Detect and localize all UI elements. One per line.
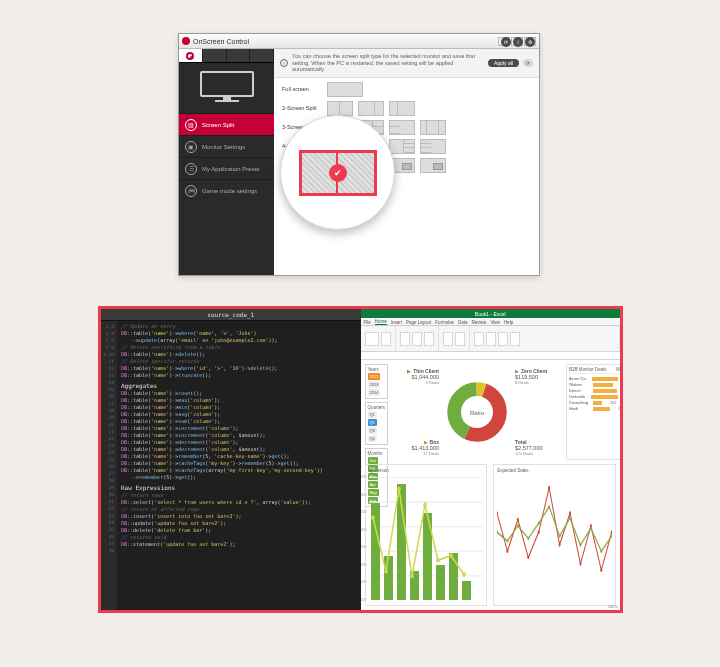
slicers: Years 2012 2013 2014 Quarters Q1 Q2 Q3: [365, 364, 389, 460]
layout-full[interactable]: [327, 82, 363, 97]
svg-point-16: [462, 572, 466, 577]
hbar-value: 300: [604, 401, 616, 405]
svg-point-35: [559, 534, 561, 538]
settings-icon[interactable]: ⚙: [525, 37, 535, 47]
ribbon-tab-review[interactable]: Review: [472, 320, 487, 325]
selected-check-icon: [329, 164, 347, 182]
excel-pane: Book1 - Excel FileHomeInsertPage LayoutF…: [361, 309, 621, 610]
cut-button[interactable]: [381, 332, 391, 346]
expected-sales-chart: [497, 475, 612, 602]
slicer-option[interactable]: Q3: [368, 427, 377, 434]
monitor-tab-1[interactable]: [179, 49, 203, 62]
svg-point-25: [580, 562, 582, 566]
slicer-option[interactable]: Jan: [368, 457, 378, 464]
layout-4d[interactable]: [420, 139, 446, 154]
layout-2a[interactable]: [327, 101, 353, 116]
slicer-option[interactable]: Q2: [368, 419, 377, 426]
slicer-option[interactable]: Q1: [368, 411, 377, 418]
ribbon-group-rest: [470, 326, 621, 351]
ribbon-tab-file[interactable]: File: [364, 320, 371, 325]
size-button[interactable]: [412, 332, 422, 346]
ribbon-button[interactable]: [486, 332, 496, 346]
hbar-label: Consulting: [569, 400, 591, 405]
card-sub: 17 Deals: [423, 451, 439, 456]
app-preset-icon: ☰: [185, 163, 197, 175]
formula-bar[interactable]: [361, 352, 621, 360]
zoom-value[interactable]: 100%: [608, 604, 618, 609]
ribbon-button[interactable]: [474, 332, 484, 346]
ribbon-button[interactable]: [510, 332, 520, 346]
window-title: OnScreen Control: [193, 38, 249, 45]
ribbon-tab-data[interactable]: Data: [458, 320, 468, 325]
card-sub: 9 Deals: [425, 380, 439, 385]
hbar-label: Hooli: [569, 406, 591, 411]
hbar-row: Acme Co. 900: [569, 376, 620, 381]
ribbon-group-font: [396, 326, 439, 351]
monitor-tab-3[interactable]: [227, 49, 251, 62]
apply-all-button[interactable]: Apply all: [488, 59, 519, 67]
layout-2c[interactable]: [389, 101, 415, 116]
worksheet[interactable]: Years 2012 2013 2014 Quarters Q1 Q2 Q3: [361, 360, 621, 610]
layout-3d[interactable]: [420, 120, 446, 135]
screen-split-icon: ▥: [185, 119, 197, 131]
ribbon-tab-home[interactable]: Home: [375, 319, 387, 325]
code-editor-pane: source_code_1 1 2 3 4 5 6 7 8 9 10 11 12…: [101, 309, 361, 610]
ribbon-button[interactable]: [498, 332, 508, 346]
svg-point-37: [580, 543, 582, 547]
info-icon[interactable]: i: [513, 37, 523, 47]
bold-button[interactable]: [424, 332, 434, 346]
layout-2b[interactable]: [358, 101, 384, 116]
svg-point-34: [548, 505, 550, 509]
hbar-label: Initech: [569, 388, 591, 393]
svg-point-23: [559, 543, 561, 547]
slicer-quarters[interactable]: Quarters Q1 Q2 Q3 Q4: [365, 402, 389, 445]
panel-title: Expected Sales: [497, 468, 612, 473]
svg-point-22: [548, 486, 550, 490]
ribbon-group-clipboard: [361, 326, 396, 351]
monitor-tab-4[interactable]: [250, 49, 274, 62]
ribbon-tab-view[interactable]: View: [490, 320, 500, 325]
hbar-bar: [592, 377, 618, 381]
ribbon: [361, 326, 621, 352]
ribbon-tab-help[interactable]: Help: [504, 320, 513, 325]
donut-block: ▶Thin Client $1,044,000 9 Deals ▶Box $1,…: [394, 364, 560, 460]
ribbon-tab-formulas[interactable]: Formulas: [435, 320, 454, 325]
donut-chart: Ratio: [445, 364, 509, 460]
code-tab-title[interactable]: source_code_1: [101, 309, 361, 321]
menu-screen-split[interactable]: ▥ Screen Split: [179, 113, 274, 135]
slicer-years[interactable]: Years 2012 2013 2014: [365, 364, 389, 399]
layout-4c[interactable]: [389, 139, 415, 154]
svg-point-39: [601, 549, 603, 553]
menu-monitor-settings[interactable]: ▣ Monitor Settings: [179, 135, 274, 157]
align-center-button[interactable]: [455, 332, 465, 346]
svg-point-20: [528, 556, 530, 560]
layout-pip-tl[interactable]: [420, 158, 446, 173]
menu-game-mode[interactable]: 🎮 Game mode settings: [179, 179, 274, 201]
ribbon-tab-insert[interactable]: Insert: [391, 320, 402, 325]
ribbon-tab-page-layout[interactable]: Page Layout: [406, 320, 431, 325]
slicer-option[interactable]: Q4: [368, 435, 377, 442]
svg-point-11: [397, 487, 401, 492]
slicer-option[interactable]: 2012: [368, 373, 381, 380]
y-axis: 800,000700,000600,000500,000400,000300,0…: [361, 475, 367, 602]
slicer-option[interactable]: 2013: [368, 381, 381, 388]
svg-point-27: [601, 568, 603, 572]
paste-button[interactable]: [365, 332, 379, 346]
hbar-row: Initech 780: [569, 388, 620, 393]
svg-point-24: [569, 511, 571, 515]
slicer-option[interactable]: 2014: [368, 389, 381, 396]
align-left-button[interactable]: [443, 332, 453, 346]
refresh-icon[interactable]: ⟳: [501, 37, 511, 47]
by-person-panel: by Person 800,000700,000600,000500,00040…: [365, 464, 488, 606]
svg-rect-1: [223, 96, 231, 100]
font-button[interactable]: [400, 332, 410, 346]
layout-3c[interactable]: [389, 120, 415, 135]
reset-button[interactable]: ⟳: [523, 59, 533, 67]
excel-titlebar: Book1 - Excel: [361, 309, 621, 318]
menu-app-preset[interactable]: ☰ My Application Preset: [179, 157, 274, 179]
code-content[interactable]: // Update an entry DB::table('name')->wh…: [117, 321, 361, 610]
zoom-lens: [280, 115, 395, 230]
svg-point-10: [384, 569, 388, 574]
monitor-tab-2[interactable]: [203, 49, 227, 62]
hbar-row: Umbrella 950: [569, 394, 620, 399]
